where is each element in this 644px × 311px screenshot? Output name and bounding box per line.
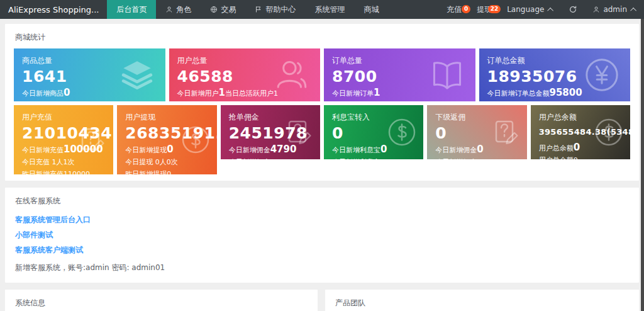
stat-card-line: 今日充值 1人1次 — [22, 157, 105, 167]
stat-card-users-total: 用户总量46588今日新增用户1 当日总活跃用户1昨日新增用户2 当日总活跃用户… — [169, 48, 321, 101]
recharge-button[interactable]: 充值 0 — [439, 4, 469, 15]
stat-card-interest-in: 利息宝转入0今日新增利息宝0昨日新增利息宝0 — [324, 105, 423, 159]
globe-icon — [210, 6, 218, 13]
stat-card-line: 昨日新增订单5 — [332, 101, 467, 102]
user-icon — [592, 6, 600, 13]
top-navbar: AliExpress Shopping... 后台首页 角色 交易 帮助中心 系… — [0, 0, 644, 19]
stats-cards-row-2: 用户充值210104341.2今日新增充值100000今日充值 1人1次昨日新增… — [14, 105, 630, 174]
service-account-note: 新增客服系统，账号:admin 密码: admin01 — [5, 257, 639, 274]
stat-card-line: 昨日新增利息宝0 — [332, 157, 415, 160]
stat-card-title: 订单总金额 — [487, 55, 623, 66]
stat-card-title: 用户充值 — [22, 112, 105, 123]
nav-item-dashboard[interactable]: 后台首页 — [107, 0, 156, 19]
withdraw-button[interactable]: 提现 22 — [469, 4, 499, 15]
navbar-right: 充值 0 提现 22 Language admin — [439, 0, 644, 19]
stat-card-line: 昨日新增提现0 — [125, 169, 208, 175]
nav-item-system-management[interactable]: 系统管理 — [305, 0, 354, 19]
stats-panel-title: 商城统计 — [5, 24, 639, 48]
nav-item-help-center[interactable]: 帮助中心 — [245, 0, 305, 19]
stat-card-line: 昨日新增充值110000 — [22, 169, 105, 175]
user-icon — [165, 6, 173, 13]
stat-card-grab-commission: 抢单佣金2451978今日新增佣金4790昨日新增佣金13535 — [221, 105, 320, 159]
stat-card-line: 用户总余额0 — [539, 156, 622, 159]
chevron-up-icon — [548, 7, 554, 13]
stat-card-user-withdraw: 用户提现26835191.7今日新增提现0今日提现 0人0次昨日新增提现0昨日提… — [117, 105, 216, 174]
chevron-up-icon — [630, 7, 636, 13]
stat-card-title: 利息宝转入 — [332, 112, 415, 123]
refresh-button[interactable] — [561, 5, 585, 14]
stat-card-title: 订单总量 — [332, 55, 467, 66]
widget-test-link[interactable]: 小部件测试 — [5, 227, 63, 242]
stat-card-line: 昨日新增订单总金额55945 — [487, 101, 623, 102]
flag-icon — [255, 6, 262, 13]
main-content: 商城统计 商品总量1641今日新增商品0昨日新增商品0用户总量46588今日新增… — [0, 19, 644, 311]
stat-card-title: 抢单佣金 — [229, 112, 312, 123]
stat-card-user-balance: 用户总余额395655484.38(53480731447)用户总余额0用户总余… — [531, 105, 630, 159]
service-client-test-link[interactable]: 客服系统客户端测试 — [5, 242, 93, 257]
service-panel-title: 在线客服系统 — [5, 188, 639, 212]
nav-item-roles[interactable]: 角色 — [156, 0, 201, 19]
stat-card-line: 昨日新增佣金0 — [435, 157, 518, 160]
stat-card-title: 用户总量 — [177, 55, 313, 66]
stat-card-title: 用户提现 — [125, 112, 208, 123]
stat-card-title: 商品总量 — [22, 55, 157, 66]
doc-icon — [77, 125, 107, 155]
stat-card-line: 今日提现 0人0次 — [125, 157, 208, 167]
service-admin-entry-link[interactable]: 客服系统管理后台入口 — [5, 212, 101, 227]
app-logo: AliExpress Shopping... — [0, 0, 107, 19]
stat-card-sub-rebate: 下级返佣0今日新增佣金0昨日新增佣金0 — [427, 105, 526, 159]
stat-card-title: 用户总余额 — [539, 112, 622, 123]
stat-card-orders-amount: 订单总金额18935076今日新增订单总金额95800昨日新增订单总金额5594… — [479, 48, 631, 101]
nav-item-transactions[interactable]: 交易 — [201, 0, 245, 19]
withdraw-badge: 22 — [488, 5, 501, 13]
system-info-panel: 系统信息 当前程序版本AliExpress Shopping运行PHP版本7.2… — [5, 290, 318, 311]
stat-card-orders-total: 订单总量8700今日新增订单1昨日新增订单5 — [324, 48, 475, 101]
stat-card-title: 下级返佣 — [435, 112, 518, 123]
mall-statistics-panel: 商城统计 商品总量1641今日新增商品0昨日新增商品0用户总量46588今日新增… — [5, 24, 639, 181]
dollar-icon — [180, 125, 211, 155]
stat-card-line: 昨日新增佣金13535 — [229, 157, 312, 160]
language-dropdown[interactable]: Language — [499, 5, 561, 14]
stat-card-user-recharge: 用户充值210104341.2今日新增充值100000今日充值 1人1次昨日新增… — [14, 105, 113, 174]
stat-card-products-total: 商品总量1641今日新增商品0昨日新增商品0 — [14, 48, 165, 101]
product-team-title: 产品团队 — [325, 290, 639, 311]
refresh-icon — [569, 5, 577, 14]
product-team-panel: 产品团队 — [325, 290, 639, 311]
customer-service-panel: 在线客服系统 客服系统管理后台入口 小部件测试 客服系统客户端测试 新增客服系统… — [5, 188, 639, 283]
nav-item-mall[interactable]: 商城 — [354, 0, 388, 19]
stat-card-line: 昨日新增用户2 当日总活跃用户1 — [177, 101, 313, 102]
stat-card-line: 昨日新增商品0 — [22, 101, 157, 102]
page-scrollbar[interactable] — [641, 0, 644, 311]
admin-user-menu[interactable]: admin — [585, 5, 644, 14]
system-info-title: 系统信息 — [5, 290, 318, 311]
stats-cards-row-1: 商品总量1641今日新增商品0昨日新增商品0用户总量46588今日新增用户1 当… — [14, 48, 630, 101]
